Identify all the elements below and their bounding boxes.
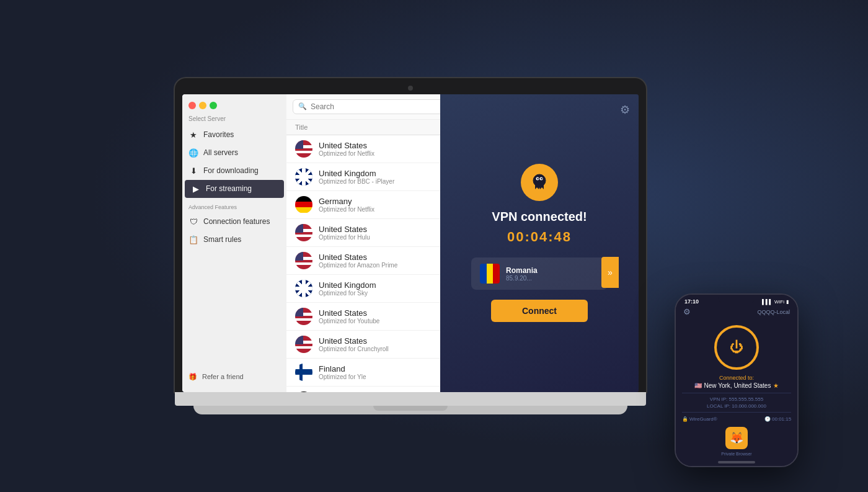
laptop-screen-outer: Select Server ★ Favorites 🌐 All servers … — [175, 78, 646, 392]
uptime-text: 00:01:15 — [772, 416, 791, 422]
romania-info: Romania 85.9.20... — [506, 266, 599, 282]
flag-us — [295, 140, 312, 158]
phone-home-bar[interactable] — [718, 461, 755, 463]
location-flag: 🇺🇸 — [694, 382, 702, 389]
sidebar-item-connection[interactable]: 🛡 Connection features — [182, 213, 286, 231]
minimize-button[interactable] — [199, 102, 206, 109]
svg-point-5 — [537, 178, 538, 179]
sidebar-item-smartrules[interactable]: 📋 Smart rules — [182, 231, 286, 249]
sidebar-item-label: For downloading — [203, 166, 259, 175]
svg-point-6 — [541, 178, 542, 179]
phone-local-ip: LOCAL IP: 10.000.000.000 — [707, 403, 766, 409]
sidebar-item-allservers[interactable]: 🌐 All servers — [182, 144, 286, 162]
select-server-label: Select Server — [182, 113, 286, 126]
browser-logo: 🦊 — [730, 431, 743, 445]
vpn-timer: 00:04:48 — [507, 229, 572, 245]
flag-de — [295, 196, 312, 213]
sidebar: Select Server ★ Favorites 🌐 All servers … — [182, 94, 286, 392]
phone-location: 🇺🇸 New York, United States ★ — [694, 382, 779, 389]
sidebar-item-streaming[interactable]: ▶ For streaming — [185, 180, 284, 198]
traffic-lights — [188, 102, 217, 109]
clock-icon: 🕐 — [764, 416, 771, 422]
laptop-screen: Select Server ★ Favorites 🌐 All servers … — [182, 94, 639, 392]
gear-icon[interactable]: ⚙ — [620, 103, 630, 117]
power-icon: ⏻ — [730, 339, 743, 356]
vpn-logo — [521, 164, 558, 201]
connect-button[interactable]: Connect — [491, 300, 588, 322]
vpn-panel: ⚙ — [440, 94, 639, 392]
romania-ip: 85.9.20... — [506, 275, 599, 282]
streaming-icon: ▶ — [191, 184, 201, 194]
chevron-right-icon[interactable]: » — [601, 257, 619, 288]
phone-browser-icon[interactable]: 🦊 — [725, 427, 748, 449]
vpn-connected-text: VPN connected! — [492, 210, 587, 224]
flag-red — [493, 264, 500, 284]
downloading-icon: ⬇ — [188, 166, 198, 176]
phone-wifi-name: QQQQ-Local — [757, 309, 790, 315]
protocol-icon: 🔒 — [682, 416, 688, 422]
smartrules-icon: 📋 — [188, 235, 198, 244]
laptop-base — [193, 406, 627, 414]
phone-bottom-nav: 🦊 — [725, 423, 748, 452]
romania-card: Romania 85.9.20... — [471, 257, 608, 290]
phone-connected-label: Connected to: — [719, 375, 754, 381]
search-icon: 🔍 — [298, 102, 307, 110]
sidebar-item-label: Favorites — [203, 130, 234, 139]
connection-icon: 🛡 — [188, 217, 198, 226]
phone-power-button[interactable]: ⏻ — [714, 325, 759, 370]
flag-us — [295, 336, 312, 353]
phone-vpn-ip: VPN IP: 555.555.55.555 — [710, 396, 763, 402]
sidebar-refer-friend[interactable]: 🎁 Refer a friend — [182, 368, 286, 386]
gift-icon: 🎁 — [188, 373, 197, 381]
sidebar-item-label: Connection features — [203, 217, 270, 226]
sidebar-item-label: All servers — [203, 148, 238, 157]
laptop-bottom — [175, 392, 646, 406]
laptop-camera — [408, 86, 413, 91]
favorite-star-phone: ★ — [773, 382, 779, 389]
maximize-button[interactable] — [210, 102, 217, 109]
romania-flag — [480, 264, 500, 284]
sidebar-item-label: For streaming — [206, 184, 252, 193]
advanced-features-label: Advanced Features — [182, 198, 286, 213]
flag-uk — [295, 280, 312, 297]
phone-device: 17:10 ▌▌▌ WiFi ▮ ⚙ QQQQ-Local ⏻ Connecte… — [675, 293, 799, 467]
sidebar-item-label: Smart rules — [203, 235, 241, 244]
favorites-icon: ★ — [188, 130, 198, 140]
wifi-icon: WiFi — [774, 299, 784, 305]
flag-fi — [295, 364, 312, 381]
protocol-text: WireGuard® — [689, 416, 717, 422]
allservers-icon: 🌐 — [188, 148, 198, 158]
refer-label: Refer a friend — [202, 373, 244, 380]
phone-footer-row: 🔒 WireGuard® 🕐 00:01:15 — [682, 415, 791, 423]
title-column: Title — [295, 123, 308, 131]
romania-name: Romania — [506, 266, 599, 275]
signal-icon: ▌▌▌ — [762, 299, 773, 305]
phone-header: ⚙ QQQQ-Local — [676, 306, 797, 320]
phone-status-right: ▌▌▌ WiFi ▮ — [762, 299, 789, 305]
flag-us — [295, 252, 312, 269]
laptop-device: Select Server ★ Favorites 🌐 All servers … — [175, 78, 646, 414]
flag-blue — [480, 264, 487, 284]
phone-gear-icon[interactable]: ⚙ — [683, 307, 691, 316]
sidebar-header — [182, 94, 286, 113]
flag-yellow — [487, 264, 494, 284]
phone-screen: 17:10 ▌▌▌ WiFi ▮ ⚙ QQQQ-Local ⏻ Connecte… — [676, 295, 797, 466]
phone-protocol: 🔒 WireGuard® — [682, 416, 717, 422]
location-text: New York, United States — [704, 382, 771, 389]
romania-card-container: Romania 85.9.20... » — [471, 255, 608, 290]
sidebar-item-favorites[interactable]: ★ Favorites — [182, 126, 286, 144]
phone-notch — [718, 295, 755, 303]
cg-logo-svg — [529, 172, 550, 193]
phone-browser-label: Private Browser — [721, 452, 751, 458]
flag-us — [295, 224, 312, 241]
sidebar-item-downloading[interactable]: ⬇ For downloading — [182, 162, 286, 180]
phone-divider-1 — [682, 393, 791, 393]
flag-us — [295, 308, 312, 325]
phone-time: 17:10 — [684, 298, 699, 305]
sidebar-spacer — [182, 249, 286, 368]
battery-icon: ▮ — [786, 299, 789, 305]
close-button[interactable] — [188, 102, 196, 109]
phone-uptime: 🕐 00:01:15 — [764, 416, 791, 422]
flag-uk — [295, 168, 312, 186]
phone-divider-2 — [682, 412, 791, 413]
